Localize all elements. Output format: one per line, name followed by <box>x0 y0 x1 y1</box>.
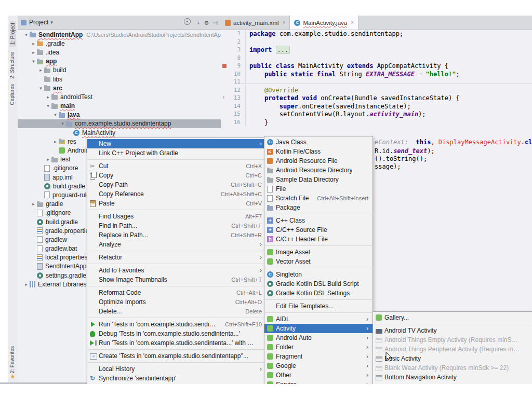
close-tab-icon[interactable]: × <box>283 20 286 25</box>
menu-item-label: Copy Reference <box>99 190 144 198</box>
tree-closed-chevron-icon[interactable]: ▸ <box>30 201 37 207</box>
tool-window-button-1-project[interactable]: 1: Project <box>9 21 16 47</box>
menu-item-android-auto[interactable]: Android Auto› <box>264 333 373 342</box>
settings-gear-icon[interactable]: ⚙ <box>204 20 209 26</box>
tree-item-label: local.properties <box>45 254 87 261</box>
menu-item-scratch-file[interactable]: Scratch FileCtrl+Alt+Shift+Insert <box>264 194 373 203</box>
menu-item-folder[interactable]: Folder› <box>264 342 373 352</box>
tree-open-chevron-icon[interactable]: ▾ <box>23 32 30 37</box>
menu-item-refactor[interactable]: Refactor› <box>87 253 266 262</box>
tree-closed-chevron-icon[interactable]: ▸ <box>45 94 51 100</box>
tool-window-button-2-favorites[interactable]: 2: Favorites <box>9 346 15 373</box>
locate-icon[interactable] <box>184 20 193 26</box>
tool-window-button-2-structure[interactable]: 2: Structure <box>9 52 15 79</box>
menu-item-icon-slot <box>267 195 276 202</box>
tree-closed-chevron-icon[interactable]: ▸ <box>23 282 30 287</box>
menu-item-android-resource-directory[interactable]: Android Resource Directory <box>264 166 373 175</box>
tree-closed-chevron-icon[interactable]: ▸ <box>45 157 51 162</box>
menu-item-cut[interactable]: ✂CutCtrl+X <box>87 161 266 171</box>
tree-open-chevron-icon[interactable]: ▾ <box>59 121 66 126</box>
menu-item-android-tv-activity[interactable]: Android TV Activity <box>373 326 532 335</box>
menu-item-basic-activity[interactable]: Basic Activity <box>373 354 532 363</box>
tree-open-chevron-icon[interactable]: ▾ <box>30 59 37 64</box>
menu-item-empty-activity[interactable]: Empty Activity <box>373 382 532 384</box>
menu-item-google[interactable]: Google› <box>264 361 373 370</box>
menu-item-aidl[interactable]: AIDL› <box>264 314 373 324</box>
menu-item-find-in-path[interactable]: Find in Path...Ctrl+Shift+F <box>87 221 266 230</box>
menu-separator <box>265 245 372 246</box>
menu-item-replace-in-path[interactable]: Replace in Path...Ctrl+Shift+R <box>87 230 266 240</box>
menu-item-show-image-thumbnails[interactable]: Show Image ThumbnailsCtrl+Shift+T <box>87 275 266 284</box>
tree-item-libs[interactable]: libs <box>18 75 221 84</box>
menu-item-android-resource-file[interactable]: Android Resource File <box>264 156 373 166</box>
menu-item-image-asset[interactable]: Image Asset <box>264 248 373 257</box>
menu-item-singleton[interactable]: CSingleton <box>264 270 373 279</box>
menu-item-gradle-kotlin-dsl-build-script[interactable]: Gradle Kotlin DSL Build Script <box>264 279 373 289</box>
editor-tab-activity-main-xml[interactable]: activity_main.xml× <box>221 16 290 30</box>
tree-closed-chevron-icon[interactable]: ▸ <box>30 41 37 46</box>
tree-item-androidtest[interactable]: ▸androidTest <box>18 92 221 101</box>
tree-closed-chevron-icon[interactable]: ▸ <box>30 50 37 55</box>
override-gutter-icon[interactable]: ↑ <box>222 94 225 99</box>
editor-tab-mainactivity-java[interactable]: CMainActivity.java× <box>290 16 358 30</box>
tree-item-main[interactable]: ▾main <box>18 102 221 111</box>
tree-closed-chevron-icon[interactable]: ▸ <box>37 67 44 73</box>
tree-item-sendintentapp[interactable]: ▾SendIntentAppC:\Users\Studio\AndroidStu… <box>18 30 221 39</box>
menu-item-local-history[interactable]: Local History› <box>87 364 266 374</box>
menu-item-create-tests-in-com-example-studio-sendi[interactable]: ≡Create 'Tests in 'com.example.studio.se… <box>87 351 266 361</box>
chevron-down-icon[interactable]: ▾ <box>50 20 53 25</box>
menu-item-delete[interactable]: Delete...Delete <box>87 307 266 316</box>
tree-item-src[interactable]: ▾src <box>18 84 221 92</box>
menu-item-run-tests-in-com-example-studio-sendinte[interactable]: Run 'Tests in 'com.example.studio.sendin… <box>87 338 266 348</box>
menu-item-gradle-kotlin-dsl-settings[interactable]: Gradle Kotlin DSL Settings <box>264 289 373 298</box>
tree-open-chevron-icon[interactable]: ▾ <box>37 86 44 91</box>
menu-item-reformat-code[interactable]: Reformat CodeCtrl+Alt+L <box>87 288 266 297</box>
menu-item-java-class[interactable]: CJava Class <box>264 138 373 147</box>
menu-item-new[interactable]: New› <box>87 139 266 148</box>
tree-item-gradle[interactable]: ▸.gradle <box>18 39 221 48</box>
code-line-12: 12 @Override <box>221 87 532 95</box>
menu-item-find-usages[interactable]: Find UsagesAlt+F7 <box>87 212 266 221</box>
menu-item-package[interactable]: Package <box>264 203 373 212</box>
tree-item-app[interactable]: ▾app <box>18 57 221 66</box>
menu-item-vector-asset[interactable]: Vector Asset <box>264 257 373 266</box>
menu-item-copy[interactable]: CopyCtrl+C <box>87 171 266 180</box>
menu-item-copy-reference[interactable]: Copy ReferenceCtrl+Alt+Shift+C <box>87 189 266 199</box>
menu-item-add-to-favorites[interactable]: Add to Favorites› <box>87 266 266 275</box>
code-line-10: 10 public static final String EXTRA_MESS… <box>221 71 532 79</box>
close-tab-icon[interactable]: × <box>351 20 354 25</box>
menu-item-c-class[interactable]: +C++ Class <box>264 216 373 225</box>
menu-item-run-tests-in-com-example-studio-sendinte[interactable]: Run 'Tests in 'com.example.studio.sendin… <box>87 320 266 329</box>
menu-item-debug-tests-in-com-example-studio-sendin[interactable]: Debug 'Tests in 'com.example.studio.send… <box>87 329 266 338</box>
tree-item-mainactivity[interactable]: CMainActivity <box>18 128 221 137</box>
tree-closed-chevron-icon[interactable]: ▸ <box>52 139 59 144</box>
menu-item-optimize-imports[interactable]: Optimize ImportsCtrl+Alt+O <box>87 297 266 307</box>
collapse-all-icon[interactable]: + <box>197 20 200 26</box>
menu-item-edit-file-templates[interactable]: Edit File Templates... <box>264 301 373 311</box>
menu-item-service[interactable]: Service› <box>264 380 373 384</box>
tree-item-idea[interactable]: ▸.idea <box>18 48 221 57</box>
menu-item-gallery[interactable]: Gallery... <box>373 313 532 322</box>
menu-item-other[interactable]: Other› <box>264 370 373 380</box>
code-token: activity_main <box>369 111 418 118</box>
menu-item-analyze[interactable]: Analyze› <box>87 240 266 249</box>
menu-item-bottom-navigation-activity[interactable]: Bottom Navigation Activity <box>373 373 532 382</box>
tree-item-java[interactable]: ▾java <box>18 111 221 119</box>
tree-item-com-example-studio-sendintentapp[interactable]: ▾com.example.studio.sendintentapp <box>18 119 221 128</box>
tree-item-build[interactable]: ▸build <box>18 66 221 75</box>
menu-item-c-c-header-file[interactable]: hC/C++ Header File <box>264 235 373 244</box>
hide-panel-icon[interactable]: ⊣ <box>212 20 218 26</box>
menu-item-link-c-project-with-gradle[interactable]: Link C++ Project with Gradle <box>87 148 266 158</box>
tree-open-chevron-icon[interactable]: ▾ <box>45 103 51 108</box>
menu-item-sample-data-directory[interactable]: Sample Data Directory <box>264 175 373 184</box>
tool-window-button-captures[interactable]: Captures <box>9 84 15 105</box>
menu-item-synchronize-sendintentapp[interactable]: ↻Synchronize 'sendintentapp' <box>87 374 266 383</box>
tree-open-chevron-icon[interactable]: ▾ <box>52 112 59 117</box>
menu-item-kotlin-file-class[interactable]: KKotlin File/Class <box>264 147 373 156</box>
menu-item-c-c-source-file[interactable]: +C/C++ Source File <box>264 225 373 235</box>
menu-item-paste[interactable]: PasteCtrl+V <box>87 199 266 208</box>
menu-item-fragment[interactable]: Fragment› <box>264 352 373 361</box>
menu-item-copy-path[interactable]: Copy PathCtrl+Shift+C <box>87 180 266 189</box>
menu-item-file[interactable]: File <box>264 184 373 194</box>
menu-item-activity[interactable]: Activity› <box>264 324 373 333</box>
